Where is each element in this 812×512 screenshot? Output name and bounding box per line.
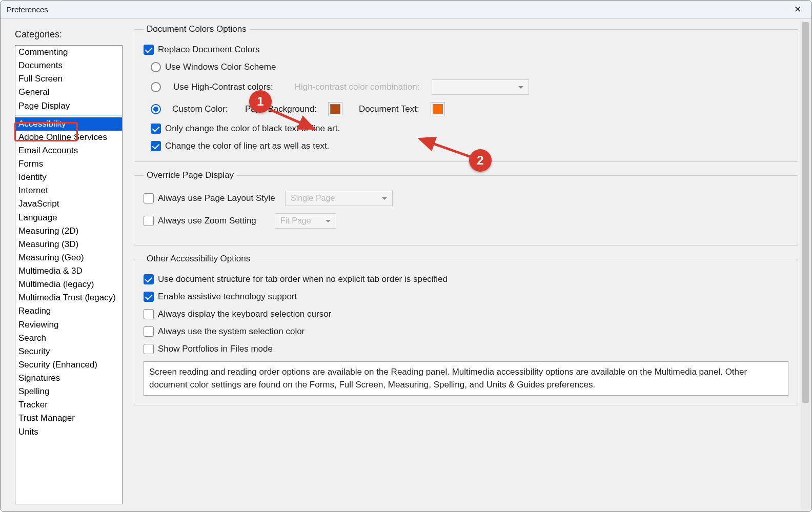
high-contrast-radio[interactable] xyxy=(151,82,161,92)
content-pane: Document Colors Options Replace Document… xyxy=(130,19,811,511)
line-art-checkbox[interactable] xyxy=(151,141,161,151)
other-option-checkbox[interactable] xyxy=(144,292,154,302)
document-text-color xyxy=(433,104,443,114)
windows-color-scheme-radio[interactable] xyxy=(151,62,161,72)
category-item[interactable]: Multimedia (legacy) xyxy=(15,278,122,291)
page-layout-checkbox[interactable] xyxy=(144,193,154,203)
zoom-setting-label: Always use Zoom Setting xyxy=(158,216,271,226)
category-item[interactable]: Tracker xyxy=(15,398,122,412)
other-option-label: Use document structure for tab order whe… xyxy=(158,274,448,284)
other-legend: Other Accessibility Options xyxy=(144,254,253,264)
page-layout-label: Always use Page Layout Style xyxy=(158,193,281,203)
accessibility-info-text: Screen reading and reading order options… xyxy=(144,361,788,396)
category-item[interactable]: Spelling xyxy=(15,385,122,398)
zoom-setting-checkbox[interactable] xyxy=(144,216,154,226)
category-item[interactable]: Internet xyxy=(15,184,122,197)
category-item[interactable]: Measuring (3D) xyxy=(15,238,122,251)
category-item[interactable]: Security xyxy=(15,345,122,358)
other-option-checkbox[interactable] xyxy=(144,344,154,354)
document-colors-legend: Document Colors Options xyxy=(144,24,250,34)
high-contrast-combo xyxy=(432,79,529,95)
category-item[interactable]: Search xyxy=(15,332,122,345)
page-background-swatch[interactable] xyxy=(328,102,342,116)
only-black-checkbox[interactable] xyxy=(151,124,161,134)
replace-colors-label: Replace Document Colors xyxy=(158,45,259,55)
window-scrollbar[interactable] xyxy=(801,21,810,509)
window-title: Preferences xyxy=(7,5,48,14)
category-item[interactable]: Page Display xyxy=(15,99,122,113)
document-colors-group: Document Colors Options Replace Document… xyxy=(134,24,798,162)
category-item[interactable]: Reviewing xyxy=(15,318,122,332)
category-item[interactable]: General xyxy=(15,86,122,99)
category-item[interactable]: Language xyxy=(15,211,122,224)
category-item[interactable]: Accessibility xyxy=(15,117,122,131)
other-option-checkbox[interactable] xyxy=(144,274,154,284)
other-accessibility-group: Other Accessibility Options Use document… xyxy=(134,254,798,405)
page-background-color xyxy=(330,104,340,114)
categories-list[interactable]: CommentingDocumentsFull ScreenGeneralPag… xyxy=(15,45,123,504)
category-item[interactable]: Measuring (2D) xyxy=(15,224,122,238)
windows-color-scheme-label: Use Windows Color Scheme xyxy=(165,62,276,72)
category-item[interactable]: Documents xyxy=(15,59,122,72)
other-option-checkbox[interactable] xyxy=(144,326,154,337)
other-option-label: Show Portfolios in Files mode xyxy=(158,344,273,354)
category-item[interactable]: JavaScript xyxy=(15,197,122,211)
category-item[interactable]: Email Accounts xyxy=(15,144,122,157)
categories-sidebar: Categories: CommentingDocumentsFull Scre… xyxy=(1,19,130,511)
override-legend: Override Page Display xyxy=(144,170,237,180)
category-item[interactable]: Measuring (Geo) xyxy=(15,251,122,264)
override-page-display-group: Override Page Display Always use Page La… xyxy=(134,170,798,245)
category-item[interactable]: Adobe Online Services xyxy=(15,131,122,144)
line-art-label: Change the color of line art as well as … xyxy=(165,141,329,151)
category-item[interactable]: Forms xyxy=(15,157,122,171)
titlebar: Preferences ✕ xyxy=(1,1,811,19)
category-item[interactable]: Units xyxy=(15,425,122,439)
custom-color-label: Custom Color: xyxy=(172,104,234,114)
only-black-label: Only change the color of black text or l… xyxy=(165,124,340,134)
other-option-checkbox[interactable] xyxy=(144,309,154,319)
scrollbar-thumb[interactable] xyxy=(802,22,809,403)
document-text-swatch[interactable] xyxy=(431,102,445,116)
close-icon[interactable]: ✕ xyxy=(790,2,805,17)
document-text-label: Document Text: xyxy=(359,104,419,114)
category-item[interactable]: Commenting xyxy=(15,46,122,59)
category-item[interactable]: Multimedia Trust (legacy) xyxy=(15,291,122,304)
category-item[interactable]: Identity xyxy=(15,171,122,184)
other-option-label: Always display the keyboard selection cu… xyxy=(158,309,331,319)
high-contrast-combo-label: High-contrast color combination: xyxy=(295,82,420,92)
annotation-badge-2: 2 xyxy=(469,149,492,172)
category-item[interactable]: Full Screen xyxy=(15,72,122,86)
category-item[interactable]: Reading xyxy=(15,304,122,318)
category-item[interactable]: Security (Enhanced) xyxy=(15,358,122,372)
category-item[interactable]: Trust Manager xyxy=(15,412,122,425)
preferences-window: Preferences ✕ Categories: CommentingDocu… xyxy=(0,0,812,512)
category-item[interactable]: Signatures xyxy=(15,372,122,385)
page-layout-combo: Single Page xyxy=(285,191,393,206)
other-option-label: Always use the system selection color xyxy=(158,326,304,337)
zoom-setting-combo: Fit Page xyxy=(275,213,336,229)
categories-label: Categories: xyxy=(15,29,123,40)
other-option-label: Enable assistive technology support xyxy=(158,292,297,302)
category-item[interactable]: Multimedia & 3D xyxy=(15,264,122,278)
annotation-badge-1: 1 xyxy=(249,90,272,113)
replace-colors-checkbox[interactable] xyxy=(144,45,154,55)
custom-color-radio[interactable] xyxy=(151,104,161,114)
